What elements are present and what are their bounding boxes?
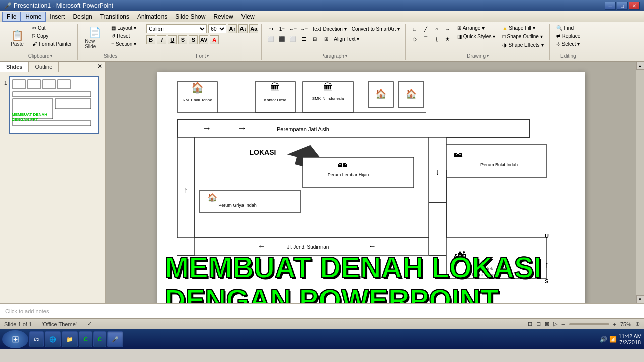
slides-tab[interactable]: Slides <box>0 62 29 72</box>
taskbar-c2[interactable]: C <box>93 331 106 347</box>
fit-window-button[interactable]: ⊕ <box>635 321 640 327</box>
overlay-line1: MEMBUAT DENAH LOKASI <box>165 251 577 284</box>
clipboard-expand-icon[interactable]: ▾ <box>50 54 52 58</box>
copy-button[interactable]: ⎘ Copy <box>30 32 74 40</box>
columns-button[interactable]: ⊞ <box>321 34 331 43</box>
layout-button[interactable]: ▦ Layout ▾ <box>109 24 139 32</box>
taskbar-powerpoint[interactable]: 🎤 <box>107 331 123 347</box>
increase-indent-button[interactable]: →≡ <box>299 24 309 33</box>
shape-circle-button[interactable]: ○ <box>432 24 442 33</box>
taskbar-chrome[interactable]: 🌐 <box>45 331 61 347</box>
shape-curve-button[interactable]: ⌒ <box>421 34 431 43</box>
align-right-button[interactable]: ⬜ <box>288 34 298 43</box>
find-button[interactable]: 🔍 Find <box>554 24 583 32</box>
shape-outline-button[interactable]: □ Shape Outline ▾ <box>500 33 546 40</box>
arrange-button[interactable]: ⊞ Arrange ▾ <box>455 24 498 32</box>
slide-panel: Slides Outline ✕ 1 <box>0 62 106 303</box>
new-slide-button[interactable]: 📄 New Slide <box>82 24 107 52</box>
quick-styles-button[interactable]: ◨ Quick Styles ▾ <box>455 33 498 40</box>
section-button[interactable]: ≡ Section ▾ <box>109 40 139 48</box>
reset-button[interactable]: ↺ Reset <box>109 32 139 40</box>
align-text-label[interactable]: Align Text ▾ <box>332 36 361 42</box>
bold-button[interactable]: B <box>146 35 155 44</box>
menu-view[interactable]: View <box>237 12 259 21</box>
shape-arrow-button[interactable]: → <box>443 24 453 33</box>
text-direction-button[interactable]: Text Direction ▾ <box>310 25 348 33</box>
slides-group-content: 📄 New Slide ▦ Layout ▾ ↺ Reset ≡ <box>82 24 139 52</box>
zoom-out-button[interactable]: − <box>561 321 565 327</box>
view-reading-icon[interactable]: ⊠ <box>545 321 549 327</box>
menu-insert[interactable]: Insert <box>46 12 69 21</box>
taskbar-explorer[interactable]: 🗂 <box>29 331 44 347</box>
align-center-button[interactable]: ⬛ <box>277 34 287 43</box>
font-size-increase-button[interactable]: A↑ <box>228 24 237 33</box>
shape-tools: □ ╱ ○ → ◇ ⌒ { ★ <box>410 24 453 43</box>
shape-polygon-button[interactable]: ◇ <box>410 34 420 43</box>
start-button[interactable]: ⊞ <box>2 330 28 348</box>
canvas-area[interactable]: 🏠 RM. Enak Tenak 🏛 Kantor Desa 🏛 SMK N I… <box>106 62 636 303</box>
menu-review[interactable]: Review <box>209 12 237 21</box>
font-color-button[interactable]: A <box>210 35 219 44</box>
maximize-button[interactable]: □ <box>617 2 628 10</box>
align-left-button[interactable]: ⬜ <box>266 34 276 43</box>
close-button[interactable]: ✕ <box>629 2 640 10</box>
view-slideshow-icon[interactable]: ▷ <box>553 321 557 327</box>
font-expand-icon[interactable]: ▾ <box>207 54 209 58</box>
strikethrough-button[interactable]: S <box>178 35 187 44</box>
spell-check-icon: ✓ <box>87 321 92 327</box>
scroll-down-button[interactable]: ▼ <box>636 295 645 303</box>
align-text-button[interactable]: ⊟ <box>310 34 320 43</box>
view-normal-icon[interactable]: ⊞ <box>528 321 532 327</box>
para-row-1: ≡• 1≡ ←≡ →≡ Text Direction ▾ Convert to … <box>266 24 402 33</box>
drawing-expand-icon[interactable]: ▾ <box>487 54 489 58</box>
zoom-in-button[interactable]: + <box>613 321 616 327</box>
italic-button[interactable]: I <box>157 35 166 44</box>
scroll-up-button[interactable]: ▲ <box>636 62 645 70</box>
select-button[interactable]: ⊹ Select ▾ <box>554 40 583 48</box>
outline-tab[interactable]: Outline <box>29 62 59 72</box>
view-slide-sorter-icon[interactable]: ⊟ <box>536 321 541 327</box>
zoom-level: 75% <box>620 321 631 327</box>
vertical-scrollbar[interactable]: ▲ ▼ <box>636 62 644 303</box>
taskbar-folder[interactable]: 📁 <box>62 331 78 347</box>
convert-smartart-button[interactable]: Convert to SmartArt ▾ <box>350 25 402 33</box>
shape-star-button[interactable]: ★ <box>443 34 453 43</box>
paste-button[interactable]: 📋 Paste <box>6 24 28 52</box>
menu-transitions[interactable]: Transitions <box>96 12 133 21</box>
shape-rect-button[interactable]: □ <box>410 24 420 33</box>
menu-animations[interactable]: Animations <box>133 12 171 21</box>
notes-area[interactable]: Click to add notes <box>0 303 644 318</box>
decrease-indent-button[interactable]: ←≡ <box>288 24 298 33</box>
cut-button[interactable]: ✂ Cut <box>30 24 74 32</box>
replace-button[interactable]: ⇄ Replace <box>554 32 583 40</box>
scroll-track[interactable] <box>636 70 644 295</box>
shape-bracket-button[interactable]: { <box>432 34 442 43</box>
font-size-decrease-button[interactable]: A↓ <box>238 24 248 33</box>
bullets-button[interactable]: ≡• <box>266 24 276 33</box>
numbering-button[interactable]: 1≡ <box>277 24 287 33</box>
justify-button[interactable]: ☰ <box>299 34 309 43</box>
char-spacing-button[interactable]: AV <box>199 35 208 44</box>
font-size-select[interactable]: 60 <box>208 24 226 33</box>
menu-file[interactable]: File <box>2 12 21 22</box>
shape-fill-button[interactable]: ▲ Shape Fill ▾ <box>500 24 546 32</box>
format-painter-button[interactable]: 🖌 Format Painter <box>30 40 74 48</box>
paragraph-expand-icon[interactable]: ▾ <box>345 54 347 58</box>
taskbar-c1[interactable]: C <box>79 331 92 347</box>
text-shadow-button[interactable]: S <box>189 35 198 44</box>
taskbar: ⊞ 🗂 🌐 📁 C C 🎤 🔊 📶 11:42 AM 7/2/2018 <box>0 329 644 349</box>
menu-home[interactable]: Home <box>21 12 46 22</box>
underline-button[interactable]: U <box>168 35 177 44</box>
minimize-button[interactable]: ─ <box>605 2 616 10</box>
select-dropdown-icon: ▾ <box>577 41 580 47</box>
menu-slideshow[interactable]: Slide Show <box>171 12 209 21</box>
slide-thumbnail[interactable]: MEMBUAT DENAH DENGAN PPT <box>9 76 99 134</box>
slide-panel-close-button[interactable]: ✕ <box>94 62 105 72</box>
font-family-select[interactable]: Calibri <box>146 24 207 33</box>
shape-effects-button[interactable]: ◑ Shape Effects ▾ <box>500 41 546 49</box>
menu-design[interactable]: Design <box>69 12 96 21</box>
svg-text:→: → <box>202 123 211 133</box>
shape-line-button[interactable]: ╱ <box>421 24 431 33</box>
clear-format-button[interactable]: Aa <box>249 24 258 33</box>
zoom-slider[interactable] <box>569 323 609 325</box>
